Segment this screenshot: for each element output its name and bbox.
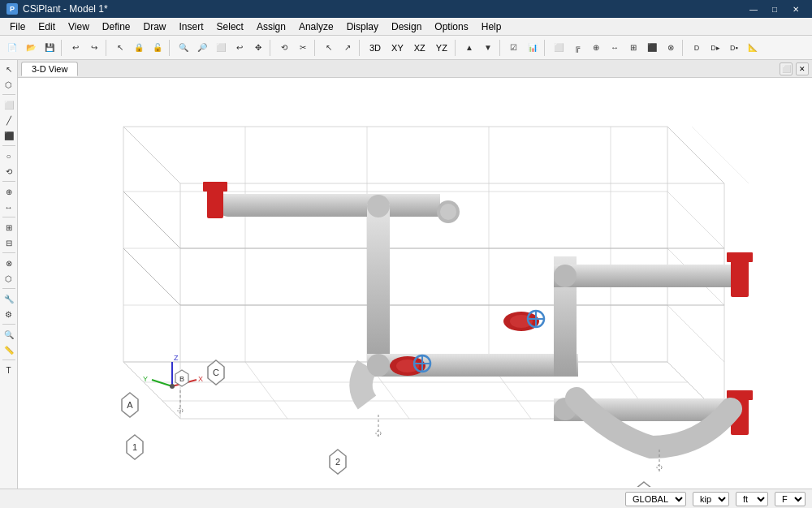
tb-d3[interactable]: D▪ — [725, 39, 743, 57]
tb-zoom-in[interactable]: 🔍 — [175, 39, 192, 57]
tb-frame2[interactable]: ╔ — [568, 39, 586, 57]
menu-display[interactable]: Display — [340, 19, 385, 34]
lt-tool1[interactable]: 🔧 — [2, 291, 16, 306]
lt-spring[interactable]: ⊗ — [2, 256, 16, 270]
tb-zoom-prev[interactable]: ↩ — [231, 39, 248, 57]
main-area: ↖ ⬡ ⬜ ╱ ⬛ ○ ⟲ ⊕ ↔ ⊞ ⊟ ⊗ ⬡ 🔧 ⚙ 🔍 📏 T 3-D … — [0, 60, 812, 489]
app-icon: P — [6, 3, 18, 15]
tb-up[interactable]: ▲ — [460, 39, 478, 57]
tb-3d[interactable]: 3D — [365, 39, 386, 57]
maximize-button[interactable]: □ — [765, 2, 784, 15]
svg-point-54 — [367, 354, 390, 377]
menu-file[interactable]: File — [3, 19, 32, 34]
svg-text:X: X — [198, 375, 203, 383]
view-tab-bar: 3-D View ⬜ ✕ — [18, 60, 812, 78]
tb-arrow-up[interactable]: ↖ — [320, 39, 338, 57]
tb-disp[interactable]: 📐 — [744, 39, 762, 57]
lt-tool2[interactable]: ⚙ — [2, 307, 16, 321]
viewport[interactable]: X Y Z A B — [18, 78, 812, 489]
tb-chart[interactable]: 📊 — [524, 39, 542, 57]
svg-point-53 — [367, 195, 390, 217]
tb-open[interactable]: 📂 — [22, 39, 40, 57]
menu-analyze[interactable]: Analyze — [292, 19, 340, 34]
tb-pan[interactable]: ✥ — [249, 39, 267, 57]
tb-scissors[interactable]: ✂ — [294, 39, 312, 57]
svg-point-33 — [440, 204, 456, 220]
tb-down[interactable]: ▼ — [479, 39, 497, 57]
tb-rotate[interactable]: ⟲ — [275, 39, 293, 57]
lt-move[interactable]: ↔ — [2, 200, 16, 214]
tb-link[interactable]: ↔ — [606, 39, 624, 57]
svg-text:2: 2 — [335, 457, 340, 467]
tb-unlock[interactable]: 🔓 — [149, 39, 166, 57]
svg-rect-28 — [219, 194, 369, 217]
tb-d1[interactable]: D — [688, 39, 706, 57]
menu-options[interactable]: Options — [428, 19, 474, 34]
tb-arrow-down[interactable]: ↗ — [339, 39, 356, 57]
tb-zoom-rubber[interactable]: ⬜ — [212, 39, 230, 57]
tb-undo[interactable]: ↩ — [67, 39, 84, 57]
tab-restore[interactable]: ⬜ — [780, 62, 793, 75]
tab-close[interactable]: ✕ — [796, 62, 809, 75]
tb-check[interactable]: ☑ — [505, 39, 523, 57]
tb-pointer[interactable]: ↖ — [111, 39, 129, 57]
lt-text[interactable]: T — [2, 363, 16, 377]
svg-rect-34 — [367, 204, 390, 366]
menu-draw[interactable]: Draw — [137, 19, 173, 34]
tb-save[interactable]: 💾 — [41, 39, 58, 57]
svg-text:1: 1 — [132, 442, 137, 452]
temp-unit-select[interactable]: F C — [775, 492, 806, 506]
title-text: CSiPlant - Model 1* — [23, 3, 108, 15]
lt-rotate[interactable]: ⟲ — [2, 164, 16, 179]
menu-select[interactable]: Select — [210, 19, 250, 34]
tb-xy[interactable]: XY — [387, 39, 408, 57]
lt-hex[interactable]: ⬡ — [2, 271, 16, 286]
tb-frame1[interactable]: ⬜ — [550, 39, 568, 57]
svg-point-49 — [510, 315, 533, 328]
tb-nllink[interactable]: ⊗ — [662, 39, 680, 57]
lt-circle[interactable]: ○ — [2, 149, 16, 163]
lt-measure[interactable]: 📏 — [2, 342, 16, 357]
menu-assign[interactable]: Assign — [250, 19, 292, 34]
toolbar: 📄 📂 💾 ↩ ↪ ↖ 🔒 🔓 🔍 🔎 ⬜ ↩ ✥ ⟲ ✂ ↖ ↗ 3D XY … — [0, 36, 812, 60]
svg-text:B: B — [179, 375, 184, 383]
tb-solid[interactable]: ⬛ — [643, 39, 661, 57]
lt-frame[interactable]: ⬜ — [2, 97, 16, 112]
coord-system-select[interactable]: GLOBAL LOCAL — [625, 492, 686, 506]
lt-node[interactable]: ⬡ — [2, 77, 16, 92]
minimize-button[interactable]: — — [744, 2, 763, 15]
tb-yz[interactable]: YZ — [431, 39, 452, 57]
menu-view[interactable]: View — [62, 19, 96, 34]
lt-area[interactable]: ⬛ — [2, 128, 16, 143]
tb-area[interactable]: ⊞ — [624, 39, 642, 57]
menu-insert[interactable]: Insert — [173, 19, 210, 34]
tb-lock[interactable]: 🔒 — [130, 39, 148, 57]
tb-redo[interactable]: ↪ — [85, 39, 103, 57]
menu-define[interactable]: Define — [96, 19, 137, 34]
close-button[interactable]: ✕ — [786, 2, 806, 15]
tb-xz[interactable]: XZ — [409, 39, 430, 57]
length-unit-select[interactable]: ft m in — [736, 492, 768, 506]
3d-scene: X Y Z A B — [18, 78, 812, 487]
tb-zoom-out[interactable]: 🔎 — [193, 39, 211, 57]
menu-help[interactable]: Help — [475, 19, 508, 34]
svg-text:C: C — [213, 368, 219, 377]
lt-joint[interactable]: ⊕ — [2, 184, 16, 199]
tab-3d-view[interactable]: 3-D View — [21, 62, 78, 76]
lt-select[interactable]: ↖ — [2, 62, 16, 76]
tb-new[interactable]: 📄 — [3, 39, 21, 57]
lt-zoom[interactable]: 🔍 — [2, 327, 16, 342]
menu-edit[interactable]: Edit — [32, 19, 62, 34]
lt-mesh[interactable]: ⊟ — [2, 235, 16, 250]
tb-d2[interactable]: D▸ — [706, 39, 724, 57]
lt-extrude[interactable]: ⊞ — [2, 220, 16, 235]
svg-text:A: A — [127, 400, 133, 410]
lt-line[interactable]: ╱ — [2, 113, 16, 127]
svg-point-56 — [554, 265, 577, 287]
left-toolbar: ↖ ⬡ ⬜ ╱ ⬛ ○ ⟲ ⊕ ↔ ⊞ ⊟ ⊗ ⬡ 🔧 ⚙ 🔍 📏 T — [0, 60, 18, 489]
tb-joint[interactable]: ⊕ — [587, 39, 605, 57]
svg-rect-30 — [203, 182, 227, 192]
force-unit-select[interactable]: kip kN lb — [693, 492, 729, 506]
svg-rect-39 — [731, 256, 749, 297]
menu-design[interactable]: Design — [385, 19, 428, 34]
